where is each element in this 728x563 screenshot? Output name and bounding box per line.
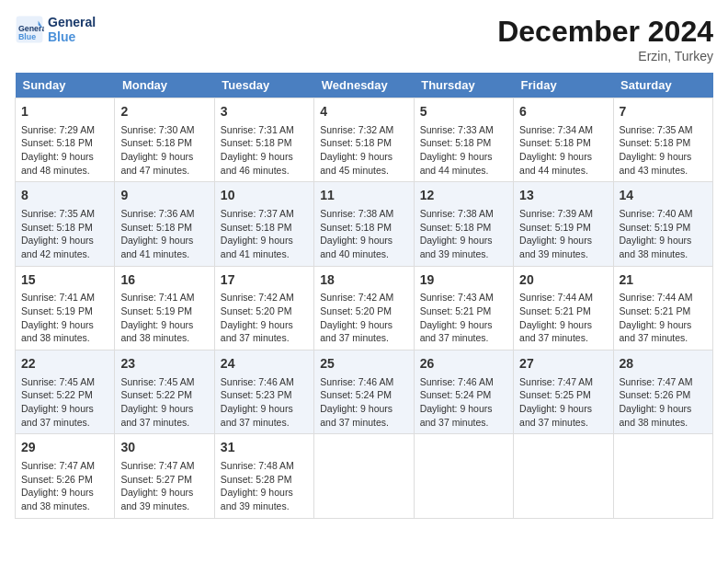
col-header-monday: Monday	[115, 73, 214, 98]
calendar-cell: 9Sunrise: 7:36 AMSunset: 5:18 PMDaylight…	[115, 182, 214, 266]
day-info: Sunrise: 7:39 AMSunset: 5:19 PMDaylight:…	[519, 207, 607, 261]
calendar-cell: 30Sunrise: 7:47 AMSunset: 5:27 PMDayligh…	[115, 434, 214, 518]
day-info: Sunrise: 7:47 AMSunset: 5:27 PMDaylight:…	[120, 459, 208, 513]
calendar-title: December 2024	[497, 15, 713, 49]
day-number: 14	[620, 187, 707, 205]
day-number: 29	[21, 439, 108, 457]
day-info: Sunrise: 7:45 AMSunset: 5:22 PMDaylight:…	[120, 375, 208, 430]
day-number: 7	[620, 103, 707, 121]
day-info: Sunrise: 7:41 AMSunset: 5:19 PMDaylight:…	[21, 291, 108, 345]
logo-icon: General Blue	[15, 15, 44, 44]
day-info: Sunrise: 7:47 AMSunset: 5:26 PMDaylight:…	[21, 459, 108, 513]
day-info: Sunrise: 7:30 AMSunset: 5:18 PMDaylight:…	[120, 123, 208, 178]
calendar-cell: 24Sunrise: 7:46 AMSunset: 5:23 PMDayligh…	[214, 350, 313, 434]
day-info: Sunrise: 7:40 AMSunset: 5:19 PMDaylight:…	[620, 207, 707, 261]
day-info: Sunrise: 7:35 AMSunset: 5:18 PMDaylight:…	[21, 207, 108, 261]
calendar-cell: 8Sunrise: 7:35 AMSunset: 5:18 PMDaylight…	[16, 182, 115, 266]
col-header-saturday: Saturday	[613, 73, 712, 98]
day-number: 4	[320, 103, 407, 121]
calendar-cell	[613, 434, 712, 518]
day-info: Sunrise: 7:33 AMSunset: 5:18 PMDaylight:…	[420, 123, 507, 178]
day-number: 3	[221, 103, 308, 121]
logo: General Blue General Blue	[15, 15, 96, 44]
day-number: 31	[221, 439, 308, 457]
calendar-cell: 27Sunrise: 7:47 AMSunset: 5:25 PMDayligh…	[514, 350, 613, 434]
day-info: Sunrise: 7:32 AMSunset: 5:18 PMDaylight:…	[320, 123, 407, 178]
calendar-cell: 17Sunrise: 7:42 AMSunset: 5:20 PMDayligh…	[214, 266, 313, 350]
calendar-cell: 3Sunrise: 7:31 AMSunset: 5:18 PMDaylight…	[214, 98, 313, 182]
day-info: Sunrise: 7:42 AMSunset: 5:20 PMDaylight:…	[221, 291, 308, 345]
calendar-cell: 14Sunrise: 7:40 AMSunset: 5:19 PMDayligh…	[613, 182, 712, 266]
calendar-cell: 2Sunrise: 7:30 AMSunset: 5:18 PMDaylight…	[115, 98, 214, 182]
day-info: Sunrise: 7:46 AMSunset: 5:24 PMDaylight:…	[320, 375, 407, 430]
day-number: 27	[519, 355, 607, 373]
day-info: Sunrise: 7:44 AMSunset: 5:21 PMDaylight:…	[519, 291, 607, 345]
col-header-thursday: Thursday	[414, 73, 513, 98]
day-info: Sunrise: 7:37 AMSunset: 5:18 PMDaylight:…	[221, 207, 308, 261]
day-number: 25	[320, 355, 407, 373]
day-info: Sunrise: 7:43 AMSunset: 5:21 PMDaylight:…	[420, 291, 507, 345]
calendar-cell: 12Sunrise: 7:38 AMSunset: 5:18 PMDayligh…	[414, 182, 513, 266]
calendar-cell: 28Sunrise: 7:47 AMSunset: 5:26 PMDayligh…	[613, 350, 712, 434]
calendar-cell	[514, 434, 613, 518]
day-number: 6	[519, 103, 607, 121]
day-info: Sunrise: 7:44 AMSunset: 5:21 PMDaylight:…	[620, 291, 707, 345]
day-info: Sunrise: 7:38 AMSunset: 5:18 PMDaylight:…	[420, 207, 507, 261]
calendar-cell	[414, 434, 513, 518]
day-info: Sunrise: 7:46 AMSunset: 5:24 PMDaylight:…	[420, 375, 507, 430]
col-header-sunday: Sunday	[16, 73, 115, 98]
day-info: Sunrise: 7:48 AMSunset: 5:28 PMDaylight:…	[221, 459, 308, 513]
calendar-cell: 10Sunrise: 7:37 AMSunset: 5:18 PMDayligh…	[214, 182, 313, 266]
calendar-week-row: 22Sunrise: 7:45 AMSunset: 5:22 PMDayligh…	[16, 350, 713, 434]
day-number: 22	[21, 355, 108, 373]
calendar-cell: 16Sunrise: 7:41 AMSunset: 5:19 PMDayligh…	[115, 266, 214, 350]
calendar-cell: 13Sunrise: 7:39 AMSunset: 5:19 PMDayligh…	[514, 182, 613, 266]
calendar-week-row: 15Sunrise: 7:41 AMSunset: 5:19 PMDayligh…	[16, 266, 713, 350]
calendar-table: SundayMondayTuesdayWednesdayThursdayFrid…	[15, 73, 713, 519]
day-info: Sunrise: 7:45 AMSunset: 5:22 PMDaylight:…	[21, 375, 108, 430]
day-info: Sunrise: 7:34 AMSunset: 5:18 PMDaylight:…	[519, 123, 607, 178]
day-info: Sunrise: 7:41 AMSunset: 5:19 PMDaylight:…	[120, 291, 208, 345]
day-info: Sunrise: 7:46 AMSunset: 5:23 PMDaylight:…	[221, 375, 308, 430]
calendar-cell: 20Sunrise: 7:44 AMSunset: 5:21 PMDayligh…	[514, 266, 613, 350]
calendar-cell: 26Sunrise: 7:46 AMSunset: 5:24 PMDayligh…	[414, 350, 513, 434]
day-number: 15	[21, 271, 108, 290]
day-number: 10	[221, 187, 308, 205]
calendar-subtitle: Erzin, Turkey	[497, 49, 713, 63]
day-number: 19	[420, 271, 507, 290]
calendar-week-row: 8Sunrise: 7:35 AMSunset: 5:18 PMDaylight…	[16, 182, 713, 266]
calendar-cell: 7Sunrise: 7:35 AMSunset: 5:18 PMDaylight…	[613, 98, 712, 182]
day-number: 17	[221, 271, 308, 290]
page-header: General Blue General Blue December 2024 …	[15, 15, 713, 63]
calendar-cell: 19Sunrise: 7:43 AMSunset: 5:21 PMDayligh…	[414, 266, 513, 350]
day-number: 8	[21, 187, 108, 205]
col-header-tuesday: Tuesday	[214, 73, 313, 98]
calendar-header-row: SundayMondayTuesdayWednesdayThursdayFrid…	[16, 73, 713, 98]
svg-text:Blue: Blue	[18, 32, 36, 41]
day-number: 13	[519, 187, 607, 205]
day-info: Sunrise: 7:47 AMSunset: 5:25 PMDaylight:…	[519, 375, 607, 430]
day-number: 2	[120, 103, 208, 121]
calendar-cell: 29Sunrise: 7:47 AMSunset: 5:26 PMDayligh…	[16, 434, 115, 518]
calendar-week-row: 29Sunrise: 7:47 AMSunset: 5:26 PMDayligh…	[16, 434, 713, 518]
calendar-week-row: 1Sunrise: 7:29 AMSunset: 5:18 PMDaylight…	[16, 98, 713, 182]
day-number: 5	[420, 103, 507, 121]
calendar-cell: 31Sunrise: 7:48 AMSunset: 5:28 PMDayligh…	[214, 434, 313, 518]
day-number: 1	[21, 103, 108, 121]
calendar-cell	[314, 434, 414, 518]
day-number: 24	[221, 355, 308, 373]
calendar-cell: 23Sunrise: 7:45 AMSunset: 5:22 PMDayligh…	[115, 350, 214, 434]
calendar-cell: 11Sunrise: 7:38 AMSunset: 5:18 PMDayligh…	[314, 182, 414, 266]
day-info: Sunrise: 7:38 AMSunset: 5:18 PMDaylight:…	[320, 207, 407, 261]
day-number: 21	[620, 271, 707, 290]
day-number: 11	[320, 187, 407, 205]
logo-blue: Blue	[48, 29, 96, 44]
day-info: Sunrise: 7:36 AMSunset: 5:18 PMDaylight:…	[120, 207, 208, 261]
calendar-cell: 21Sunrise: 7:44 AMSunset: 5:21 PMDayligh…	[613, 266, 712, 350]
day-number: 16	[120, 271, 208, 290]
day-number: 23	[120, 355, 208, 373]
calendar-cell: 1Sunrise: 7:29 AMSunset: 5:18 PMDaylight…	[16, 98, 115, 182]
calendar-cell: 4Sunrise: 7:32 AMSunset: 5:18 PMDaylight…	[314, 98, 414, 182]
calendar-cell: 5Sunrise: 7:33 AMSunset: 5:18 PMDaylight…	[414, 98, 513, 182]
day-number: 28	[620, 355, 707, 373]
